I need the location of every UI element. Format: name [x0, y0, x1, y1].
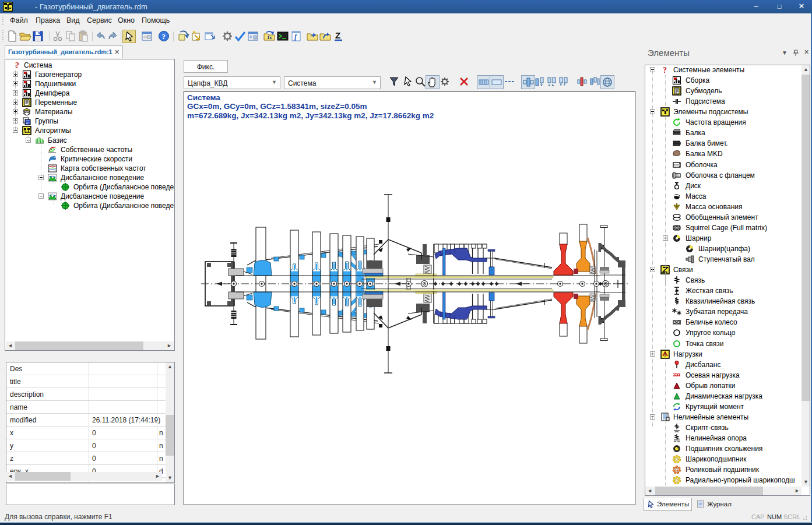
svg-text:?: ? — [663, 66, 667, 75]
svg-text:fx: fx — [268, 34, 272, 40]
svg-text:?: ? — [15, 61, 19, 70]
svg-text:?: ? — [162, 32, 166, 41]
svg-text:Z: Z — [335, 30, 340, 40]
